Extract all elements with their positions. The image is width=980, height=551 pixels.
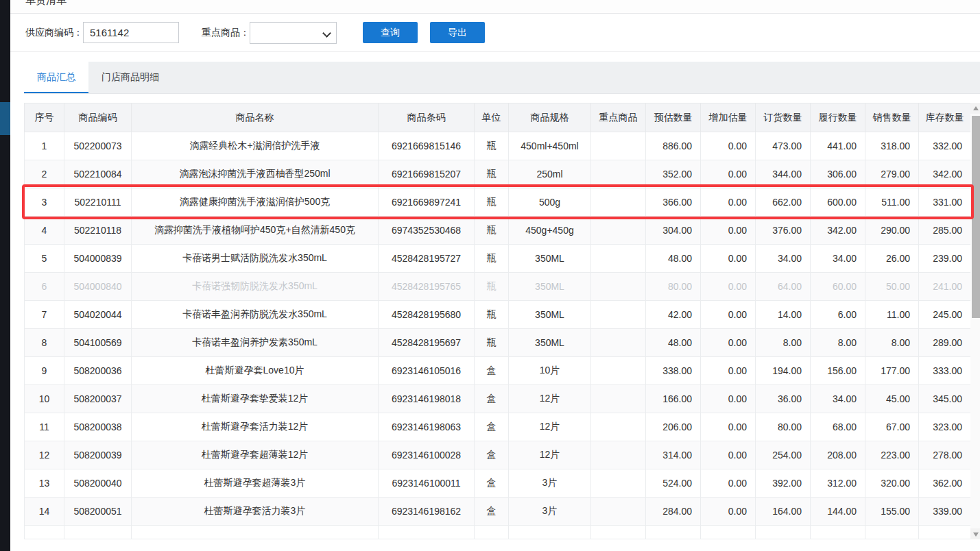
table-cell: 盒 xyxy=(475,469,509,498)
table-cell: 48.00 xyxy=(646,329,701,357)
supplier-code-input[interactable] xyxy=(83,22,179,43)
table-cell xyxy=(591,357,646,385)
table-cell: 瓶 xyxy=(475,245,509,273)
table-cell: 502210084 xyxy=(64,160,132,188)
table-row[interactable]: 11508200038杜蕾斯避孕套活力装12片6923146198063盒12片… xyxy=(25,413,971,441)
table-cell: 卡蓓诺丰盈润养护发素350mL xyxy=(132,329,379,357)
table-cell: 6923146198018 xyxy=(379,385,475,413)
tab-store-product-detail[interactable]: 门店商品明细 xyxy=(88,62,172,93)
table-cell: 0.00 xyxy=(701,329,756,357)
query-button[interactable]: 查询 xyxy=(363,22,418,43)
table-cell: 508200040 xyxy=(64,469,132,498)
table-cell: 473.00 xyxy=(756,132,811,160)
table-cell: 80.00 xyxy=(756,413,811,441)
table-cell: 杜蕾斯避孕套超薄装12片 xyxy=(132,441,379,469)
table-cell: 245.00 xyxy=(919,301,971,329)
table-row[interactable]: 10508200037杜蕾斯避孕套挚爱装12片6923146198018盒12片… xyxy=(25,385,971,413)
table-row[interactable]: 4502210118滴露抑菌洗手液植物呵护450克+自然清新450克697435… xyxy=(25,217,971,245)
table-row[interactable]: 7504020044卡蓓诺丰盈润养防脱洗发水350mL4528428195680… xyxy=(25,301,971,329)
table-cell: 314.00 xyxy=(646,441,701,469)
table-cell: 瓶 xyxy=(475,301,509,329)
sidebar-active-item[interactable] xyxy=(0,102,10,135)
table-cell: 67.00 xyxy=(865,413,919,441)
table-cell xyxy=(919,526,971,539)
table-cell: 瓶 xyxy=(475,188,509,217)
export-button[interactable]: 导出 xyxy=(430,22,485,43)
table-cell: 滴露健康抑菌洗手液滋润倍护500克 xyxy=(132,188,379,217)
table-cell: 4528428195765 xyxy=(379,273,475,301)
table-cell: 9 xyxy=(25,357,64,385)
table-cell: 36.00 xyxy=(756,385,811,413)
table-cell: 6921669815207 xyxy=(379,160,475,188)
column-header: 单位 xyxy=(475,103,509,132)
column-header: 预估数量 xyxy=(646,103,701,132)
table-row[interactable]: 9508200036杜蕾斯避孕套Love10片6923146105016盒10片… xyxy=(25,357,971,385)
table-cell: 4528428195680 xyxy=(379,301,475,329)
table-cell: 瓶 xyxy=(475,217,509,245)
table-cell: 0.00 xyxy=(701,301,756,329)
table-row[interactable]: 12508200039杜蕾斯避孕套超薄装12片6923146100028盒12片… xyxy=(25,441,971,469)
column-header: 重点商品 xyxy=(591,103,646,132)
column-header: 订货数量 xyxy=(756,103,811,132)
page-title: 单货清单 xyxy=(25,0,67,7)
table-cell: 0.00 xyxy=(701,160,756,188)
table-cell: 6921669897241 xyxy=(379,188,475,217)
table-row[interactable]: 14508200051杜蕾斯避孕套活力装3片6923146198162盒3片28… xyxy=(25,498,971,526)
table-cell xyxy=(591,413,646,441)
table-cell: 6 xyxy=(25,273,64,301)
column-header: 商品名称 xyxy=(132,103,379,132)
table-cell: 284.00 xyxy=(646,498,701,526)
table-cell: 524.00 xyxy=(646,469,701,498)
table-cell: 312.00 xyxy=(811,469,865,498)
table-cell xyxy=(811,526,865,539)
table-row xyxy=(25,526,971,539)
table-row[interactable]: 1502200073滴露经典松木+滋润倍护洗手液6921669815146瓶45… xyxy=(25,132,971,160)
table-cell: 504000840 xyxy=(64,273,132,301)
column-header: 增加估量 xyxy=(701,103,756,132)
tab-product-summary[interactable]: 商品汇总 xyxy=(24,62,88,93)
table-cell: 254.00 xyxy=(756,441,811,469)
table-cell: 45.00 xyxy=(865,385,919,413)
scrollbar-thumb[interactable] xyxy=(972,116,980,318)
scroll-down-icon[interactable] xyxy=(970,528,980,539)
table-cell: 0.00 xyxy=(701,217,756,245)
table-cell: 0.00 xyxy=(701,413,756,441)
table-cell: 杜蕾斯避孕套挚爱装12片 xyxy=(132,385,379,413)
table-cell: 瓶 xyxy=(475,160,509,188)
table-cell: 6.00 xyxy=(811,301,865,329)
table-cell: 6923146105016 xyxy=(379,357,475,385)
collapsed-sidebar xyxy=(0,0,10,551)
table-header: 序号商品编码商品名称商品条码单位商品规格重点商品预估数量增加估量订货数量履行数量… xyxy=(25,103,971,132)
table-cell: 盒 xyxy=(475,357,509,385)
table-cell: 4528428195697 xyxy=(379,329,475,357)
table-row[interactable]: 2502210084滴露泡沫抑菌洗手液西柚香型250ml692166981520… xyxy=(25,160,971,188)
table-row[interactable]: 6504000840卡蓓诺强韧防脱洗发水350mL4528428195765瓶3… xyxy=(25,273,971,301)
table-cell xyxy=(591,301,646,329)
table-row[interactable]: 13508200040杜蕾斯避孕套超薄装3片6923146100011盒3片52… xyxy=(25,469,971,498)
table-cell xyxy=(591,245,646,273)
table-row[interactable]: 8504100569卡蓓诺丰盈润养护发素350mL4528428195697瓶3… xyxy=(25,329,971,357)
table-cell: 3片 xyxy=(509,469,591,498)
table-cell: 662.00 xyxy=(756,188,811,217)
table-row[interactable]: 3502210111滴露健康抑菌洗手液滋润倍护500克6921669897241… xyxy=(25,188,971,217)
product-table-wrap: 序号商品编码商品名称商品条码单位商品规格重点商品预估数量增加估量订货数量履行数量… xyxy=(24,103,980,539)
table-cell: 14 xyxy=(25,498,64,526)
table-cell: 504100569 xyxy=(64,329,132,357)
chevron-down-icon xyxy=(324,30,330,36)
table-cell: 350ML xyxy=(509,301,591,329)
table-cell: 0.00 xyxy=(701,357,756,385)
table-cell xyxy=(475,526,509,539)
table-cell xyxy=(591,188,646,217)
table-cell: 6974352530468 xyxy=(379,217,475,245)
table-row[interactable]: 5504000839卡蓓诺男士赋活防脱洗发水350mL4528428195727… xyxy=(25,245,971,273)
table-cell: 508200051 xyxy=(64,498,132,526)
table-cell: 杜蕾斯避孕套活力装3片 xyxy=(132,498,379,526)
table-cell: 332.00 xyxy=(919,132,971,160)
key-product-select[interactable] xyxy=(250,22,337,44)
scroll-up-icon[interactable] xyxy=(970,103,980,114)
table-cell xyxy=(591,526,646,539)
table-cell: 3片 xyxy=(509,498,591,526)
table-cell: 10 xyxy=(25,385,64,413)
vertical-scrollbar[interactable] xyxy=(970,103,980,539)
table-cell: 511.00 xyxy=(865,188,919,217)
